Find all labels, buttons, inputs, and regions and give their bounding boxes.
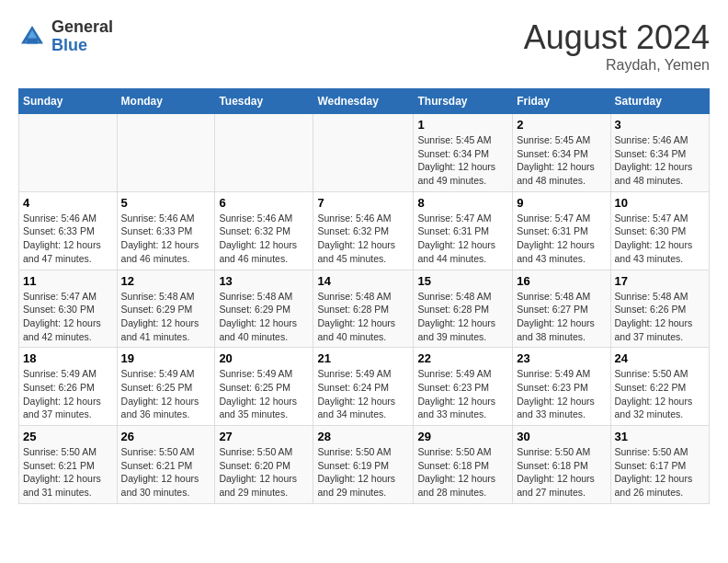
calendar-cell: 28Sunrise: 5:50 AM Sunset: 6:19 PM Dayli… [313,426,414,504]
day-number: 25 [23,430,113,443]
header-row: SundayMondayTuesdayWednesdayThursdayFrid… [19,89,710,114]
calendar-cell: 25Sunrise: 5:50 AM Sunset: 6:21 PM Dayli… [19,426,118,504]
day-info: Sunrise: 5:46 AM Sunset: 6:33 PM Dayligh… [23,212,113,266]
day-number: 27 [219,430,309,443]
day-info: Sunrise: 5:47 AM Sunset: 6:30 PM Dayligh… [615,212,705,266]
calendar-cell [215,114,313,192]
calendar-cell: 30Sunrise: 5:50 AM Sunset: 6:18 PM Dayli… [513,426,610,504]
calendar-cell: 1Sunrise: 5:45 AM Sunset: 6:34 PM Daylig… [414,114,513,192]
day-info: Sunrise: 5:50 AM Sunset: 6:20 PM Dayligh… [219,445,309,500]
calendar-cell: 14Sunrise: 5:48 AM Sunset: 6:28 PM Dayli… [313,270,414,348]
day-number: 11 [23,274,113,288]
logo-blue-text: Blue [51,36,87,54]
calendar-cell: 19Sunrise: 5:49 AM Sunset: 6:25 PM Dayli… [117,348,215,426]
day-info: Sunrise: 5:50 AM Sunset: 6:18 PM Dayligh… [417,445,508,500]
calendar-cell: 10Sunrise: 5:47 AM Sunset: 6:30 PM Dayli… [610,191,709,270]
day-number: 9 [517,196,606,210]
day-info: Sunrise: 5:48 AM Sunset: 6:27 PM Dayligh… [517,290,606,344]
calendar-cell [117,114,215,192]
calendar-cell: 4Sunrise: 5:46 AM Sunset: 6:33 PM Daylig… [19,191,118,270]
day-info: Sunrise: 5:46 AM Sunset: 6:34 PM Dayligh… [615,133,705,188]
day-number: 29 [417,430,508,443]
day-number: 19 [121,351,211,365]
day-info: Sunrise: 5:49 AM Sunset: 6:26 PM Dayligh… [23,367,113,421]
logo-text: General Blue [51,18,113,55]
day-info: Sunrise: 5:48 AM Sunset: 6:28 PM Dayligh… [417,290,508,344]
day-info: Sunrise: 5:50 AM Sunset: 6:17 PM Dayligh… [615,445,705,500]
day-info: Sunrise: 5:49 AM Sunset: 6:24 PM Dayligh… [317,367,409,421]
week-row-2: 4Sunrise: 5:46 AM Sunset: 6:33 PM Daylig… [19,191,710,270]
day-info: Sunrise: 5:48 AM Sunset: 6:29 PM Dayligh… [219,290,309,344]
calendar-header: SundayMondayTuesdayWednesdayThursdayFrid… [19,89,710,114]
day-number: 23 [517,351,606,365]
logo: General Blue [18,18,113,55]
day-number: 1 [417,118,508,132]
day-info: Sunrise: 5:49 AM Sunset: 6:23 PM Dayligh… [517,367,606,421]
day-number: 31 [615,430,705,443]
day-info: Sunrise: 5:50 AM Sunset: 6:21 PM Dayligh… [23,445,113,500]
header-day-tuesday: Tuesday [215,89,313,114]
day-number: 30 [517,430,606,443]
svg-rect-2 [27,38,38,43]
day-number: 15 [417,274,508,288]
day-info: Sunrise: 5:47 AM Sunset: 6:31 PM Dayligh… [417,212,508,266]
header-day-thursday: Thursday [414,89,513,114]
header-day-friday: Friday [513,89,610,114]
calendar-cell: 26Sunrise: 5:50 AM Sunset: 6:21 PM Dayli… [117,426,215,504]
calendar-cell: 20Sunrise: 5:49 AM Sunset: 6:25 PM Dayli… [215,348,313,426]
day-info: Sunrise: 5:45 AM Sunset: 6:34 PM Dayligh… [417,133,508,188]
day-number: 20 [219,351,309,365]
calendar-cell: 6Sunrise: 5:46 AM Sunset: 6:32 PM Daylig… [215,191,313,270]
week-row-1: 1Sunrise: 5:45 AM Sunset: 6:34 PM Daylig… [19,114,710,192]
header-day-wednesday: Wednesday [313,89,414,114]
calendar-cell: 13Sunrise: 5:48 AM Sunset: 6:29 PM Dayli… [215,270,313,348]
day-number: 3 [615,118,705,132]
header-day-saturday: Saturday [610,89,709,114]
day-number: 7 [317,196,409,210]
day-info: Sunrise: 5:48 AM Sunset: 6:29 PM Dayligh… [121,290,211,344]
calendar-cell: 31Sunrise: 5:50 AM Sunset: 6:17 PM Dayli… [610,426,709,504]
calendar-cell: 27Sunrise: 5:50 AM Sunset: 6:20 PM Dayli… [215,426,313,504]
calendar-cell: 18Sunrise: 5:49 AM Sunset: 6:26 PM Dayli… [19,348,118,426]
day-info: Sunrise: 5:50 AM Sunset: 6:19 PM Dayligh… [317,445,409,500]
day-info: Sunrise: 5:50 AM Sunset: 6:21 PM Dayligh… [121,445,211,500]
calendar-cell: 11Sunrise: 5:47 AM Sunset: 6:30 PM Dayli… [19,270,118,348]
day-info: Sunrise: 5:49 AM Sunset: 6:23 PM Dayligh… [417,367,508,421]
day-info: Sunrise: 5:50 AM Sunset: 6:22 PM Dayligh… [615,367,705,421]
day-number: 8 [417,196,508,210]
calendar-cell: 9Sunrise: 5:47 AM Sunset: 6:31 PM Daylig… [513,191,610,270]
calendar-cell: 8Sunrise: 5:47 AM Sunset: 6:31 PM Daylig… [414,191,513,270]
day-number: 13 [219,274,309,288]
day-number: 28 [317,430,409,443]
day-info: Sunrise: 5:46 AM Sunset: 6:33 PM Dayligh… [121,212,211,266]
calendar-cell: 21Sunrise: 5:49 AM Sunset: 6:24 PM Dayli… [313,348,414,426]
day-number: 18 [23,351,113,365]
calendar-cell: 24Sunrise: 5:50 AM Sunset: 6:22 PM Dayli… [610,348,709,426]
day-info: Sunrise: 5:50 AM Sunset: 6:18 PM Dayligh… [517,445,606,500]
day-number: 16 [517,274,606,288]
month-year: August 2024 [524,18,710,57]
day-info: Sunrise: 5:45 AM Sunset: 6:34 PM Dayligh… [517,133,606,188]
day-number: 4 [23,196,113,210]
week-row-4: 18Sunrise: 5:49 AM Sunset: 6:26 PM Dayli… [19,348,710,426]
week-row-5: 25Sunrise: 5:50 AM Sunset: 6:21 PM Dayli… [19,426,710,504]
logo-general: General [51,17,113,36]
day-info: Sunrise: 5:46 AM Sunset: 6:32 PM Dayligh… [317,212,409,266]
day-info: Sunrise: 5:49 AM Sunset: 6:25 PM Dayligh… [121,367,211,421]
logo-icon [18,23,46,51]
day-info: Sunrise: 5:47 AM Sunset: 6:30 PM Dayligh… [23,290,113,344]
week-row-3: 11Sunrise: 5:47 AM Sunset: 6:30 PM Dayli… [19,270,710,348]
day-info: Sunrise: 5:48 AM Sunset: 6:26 PM Dayligh… [615,290,705,344]
calendar-cell: 16Sunrise: 5:48 AM Sunset: 6:27 PM Dayli… [513,270,610,348]
calendar-cell: 23Sunrise: 5:49 AM Sunset: 6:23 PM Dayli… [513,348,610,426]
title-block: August 2024 Raydah, Yemen [524,18,710,74]
header-day-sunday: Sunday [19,89,118,114]
day-info: Sunrise: 5:48 AM Sunset: 6:28 PM Dayligh… [317,290,409,344]
calendar-cell: 3Sunrise: 5:46 AM Sunset: 6:34 PM Daylig… [610,114,709,192]
day-number: 14 [317,274,409,288]
day-number: 12 [121,274,211,288]
day-number: 22 [417,351,508,365]
calendar-cell [313,114,414,192]
day-number: 24 [615,351,705,365]
calendar-cell: 22Sunrise: 5:49 AM Sunset: 6:23 PM Dayli… [414,348,513,426]
